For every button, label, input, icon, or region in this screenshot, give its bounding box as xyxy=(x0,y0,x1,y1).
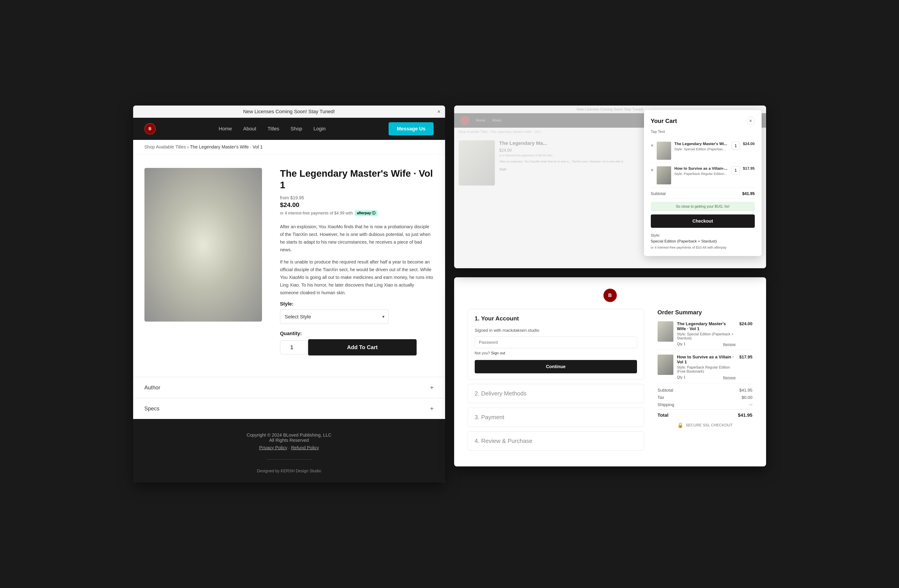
order-item-name-2: How to Survive as a Villain · Vol 1 xyxy=(677,355,736,364)
cart-item-qty-1[interactable]: 1 xyxy=(732,142,740,150)
cart-item-style-1: Style: Special Edition (Paperbac... xyxy=(674,147,728,151)
privacy-policy-link[interactable]: Privacy Policy xyxy=(259,445,287,450)
checkout-logo-letter: B xyxy=(608,292,612,298)
tax-label: Tax xyxy=(658,395,664,400)
shipping-row: Shipping -- xyxy=(658,402,752,407)
cart-item-details-2: How to Survive as a Villain-... Style: P… xyxy=(674,166,728,176)
specs-accordion[interactable]: Specs + xyxy=(133,398,445,419)
cart-item-style-2: Style: Paperback Regular Edition... xyxy=(674,172,728,176)
checkout-step-2-header[interactable]: 2. Delivery Methods xyxy=(468,384,644,403)
order-item-qty-1: Qty 1 xyxy=(677,342,686,346)
breadcrumb-current: The Legendary Master's Wife · Vol 1 xyxy=(190,144,263,150)
nav-login[interactable]: Login xyxy=(314,126,326,132)
checkout-step-4-header[interactable]: 4. Review & Purchase xyxy=(468,432,644,451)
refund-policy-link[interactable]: Refund Policy xyxy=(291,445,319,450)
checkout-step-2: 2. Delivery Methods xyxy=(468,384,644,403)
cart-panel: Your Cart × Tap Text × The Legendary Mas… xyxy=(644,110,762,256)
banner-text: New Licenses Coming Soon! Stay Tuned! xyxy=(243,109,335,114)
nav-shop[interactable]: Shop xyxy=(290,126,302,132)
cart-item-qty-col-1: 1 xyxy=(732,142,740,150)
cart-item-price-2: $17.95 xyxy=(743,166,755,171)
desktop: New Licenses Coming Soon! Stay Tuned! × … xyxy=(0,0,899,588)
style-select-wrapper: Select Style ▾ xyxy=(280,310,389,324)
logo[interactable]: B xyxy=(144,123,156,134)
cart-close-button[interactable]: × xyxy=(747,117,755,125)
order-item-remove-2[interactable]: Remove xyxy=(723,376,736,380)
cart-afterpay-line: or 4 interest-free payments of $10.48 wi… xyxy=(651,245,755,249)
navbar: B Home About Titles Shop Login Message U… xyxy=(133,118,445,140)
afterpay-text: or 4 interest-free payments of $4.99 wit… xyxy=(280,211,353,216)
specs-label: Specs xyxy=(144,406,159,412)
order-item-price-1: $24.00 xyxy=(739,321,752,346)
footer-links: Privacy Policy · Refund Policy xyxy=(144,445,434,451)
total-label: Total xyxy=(658,412,669,418)
add-to-cart-button[interactable]: Add To Cart xyxy=(308,339,417,355)
footer-link-separator: · xyxy=(289,445,290,450)
checkout-step-4-title: 4. Review & Purchase xyxy=(475,437,533,444)
product-info: The Legendary Master's Wife · Vol 1 from… xyxy=(280,168,434,363)
nav-titles[interactable]: Titles xyxy=(268,126,280,132)
quantity-input[interactable] xyxy=(280,340,307,354)
footer-rights: All Rights Reserved xyxy=(144,438,434,443)
logo-letter: B xyxy=(148,127,151,131)
product-price: $24.00 xyxy=(280,201,434,208)
product-image xyxy=(144,168,262,322)
cart-style-section: Style: Special Edition (Paperback + Star… xyxy=(651,233,755,244)
tap-text: Tap Text xyxy=(651,130,755,134)
tax-value: $0.00 xyxy=(741,395,752,400)
cart-item-qty-2[interactable]: 1 xyxy=(732,166,740,174)
cart-item-remove-2[interactable]: × xyxy=(651,167,654,173)
cart-checkout-button[interactable]: Checkout xyxy=(651,215,755,228)
shipping-value: -- xyxy=(749,402,752,407)
message-us-button[interactable]: Message Us xyxy=(389,122,434,135)
continue-button[interactable]: Continue xyxy=(475,360,637,373)
checkout-logo-circle: B xyxy=(603,289,617,302)
style-select[interactable]: Select Style xyxy=(280,310,389,324)
mini-product-img xyxy=(459,140,495,185)
shield-icon: 🔒 xyxy=(677,422,683,428)
sign-out-link[interactable]: Sign out xyxy=(491,351,505,355)
author-accordion[interactable]: Author + xyxy=(133,377,445,398)
cart-item-name-2: How to Survive as a Villain-... xyxy=(674,166,728,171)
cart-title: Your Cart xyxy=(651,117,677,125)
cart-subtotal-label: Subtotal xyxy=(651,191,666,196)
nav-home[interactable]: Home xyxy=(219,126,232,132)
cart-header: Your Cart × xyxy=(651,117,755,125)
checkout-step-1-header[interactable]: 1. Your Account xyxy=(468,309,644,328)
cart-item: × The Legendary Master's Wi... Style: Sp… xyxy=(651,139,755,163)
cart-item-details-1: The Legendary Master's Wi... Style: Spec… xyxy=(674,142,728,152)
breadcrumb-shop[interactable]: Shop Available Titles xyxy=(144,144,186,150)
checkout-step-3: 3. Payment xyxy=(468,407,644,427)
product-title: The Legendary Master's Wife · Vol 1 xyxy=(280,168,434,191)
product-price-from: from $19.95 xyxy=(280,195,434,201)
breadcrumb-separator: › xyxy=(187,144,189,150)
checkout-step-1: 1. Your Account Signed in with mackdakse… xyxy=(468,309,644,380)
order-item-2: How to Survive as a Villain · Vol 1 Styl… xyxy=(658,355,752,383)
mini-banner-text: New Licenses Coming Soon! Stay Tuned! xyxy=(577,107,643,111)
main-product-window: New Licenses Coming Soon! Stay Tuned! × … xyxy=(133,105,445,483)
cart-item-name-1: The Legendary Master's Wi... xyxy=(674,142,728,146)
checkout-step-3-header[interactable]: 3. Payment xyxy=(468,408,644,427)
secure-ssl-badge: 🔒 SECURE SSL CHECKOUT xyxy=(658,422,752,428)
order-item-remove-1[interactable]: Remove xyxy=(723,343,736,346)
checkout-steps: 1. Your Account Signed in with mackdakse… xyxy=(468,309,644,451)
order-item-price-2: $17.95 xyxy=(739,355,752,380)
order-item-qty-row-2: Qty 1 Remove xyxy=(677,375,736,380)
author-label: Author xyxy=(144,384,161,391)
password-input[interactable] xyxy=(475,336,637,348)
order-item-details-2: How to Survive as a Villain · Vol 1 Styl… xyxy=(677,355,736,380)
cart-item-price-1: $24.00 xyxy=(743,142,755,146)
banner-close-button[interactable]: × xyxy=(437,108,440,115)
total-row: Total $41.95 xyxy=(658,409,752,418)
cart-item-remove-1[interactable]: × xyxy=(651,143,654,148)
order-item-1: The Legendary Master's Wife · Vol 1 Styl… xyxy=(658,321,752,350)
cart-item-image-2 xyxy=(656,166,671,184)
subtotal-row: Subtotal $41.95 xyxy=(658,388,752,393)
nav-about[interactable]: About xyxy=(243,126,256,132)
footer-copyright: Copyright © 2024 BLoved Publishing, LLC xyxy=(144,432,434,438)
checkout-step-1-title: 1. Your Account xyxy=(475,315,519,322)
cart-item-image-1 xyxy=(656,142,671,160)
checkout-logo: B xyxy=(468,289,752,302)
breadcrumb: Shop Available Titles › The Legendary Ma… xyxy=(133,140,445,154)
total-value: $41.95 xyxy=(738,412,752,418)
